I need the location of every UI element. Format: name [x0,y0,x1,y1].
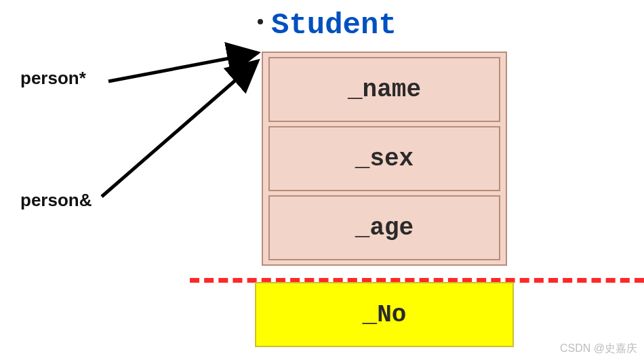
pointer-label: person* [20,68,86,89]
reference-label: person& [20,190,92,211]
svg-line-0 [108,53,258,81]
svg-line-1 [102,61,258,197]
member-sex: _sex [268,126,500,191]
member-name: _name [268,57,500,122]
title-bullet [258,19,263,24]
base-class-box: _name _sex _age [262,52,507,266]
member-age: _age [268,195,500,260]
member-no: _No [363,301,407,329]
derived-member-box: _No [255,282,514,347]
class-title: Student [271,8,397,42]
watermark-text: CSDN @史嘉庆 [560,342,637,356]
